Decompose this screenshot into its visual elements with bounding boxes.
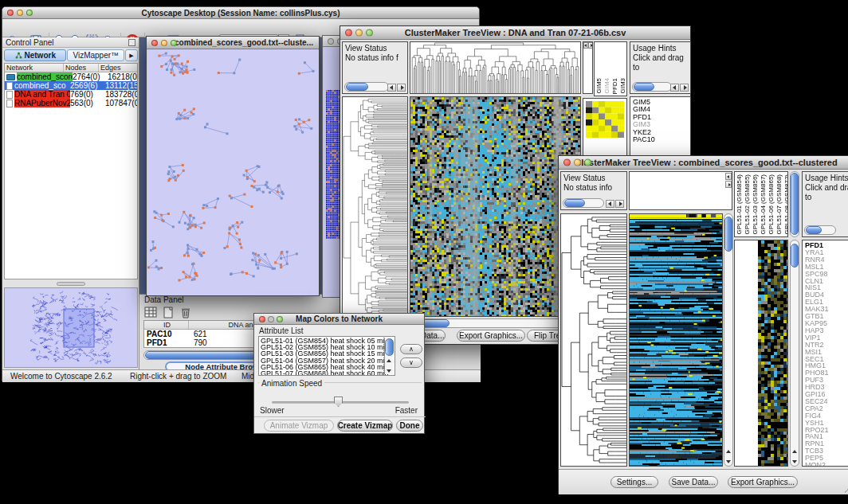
view-status-text: No status info f [345, 53, 405, 63]
scroll-down-button[interactable] [724, 457, 732, 465]
resize-grip[interactable] [844, 483, 848, 493]
col-nodes[interactable]: Nodes [64, 64, 99, 72]
divider-handle[interactable] [57, 282, 85, 286]
tab-vizmapper[interactable]: VizMapper™ [67, 49, 124, 61]
chevron-right-icon: ▶ [129, 53, 133, 59]
scroll-left-button[interactable] [670, 84, 679, 92]
float-panel-icon[interactable] [128, 39, 135, 46]
row-dendrogram-panel[interactable] [342, 96, 408, 317]
treeview-window-combined: ClusterMaker TreeView : combined_scores_… [558, 155, 848, 494]
scroll-right-button[interactable] [615, 200, 624, 208]
view-status-hscrollbar[interactable] [344, 82, 389, 92]
attribute-item[interactable]: GPL51-07 (GSM868) heat shock 60 min [261, 370, 393, 376]
main-titlebar[interactable]: Cytoscape Desktop (Session Name: collins… [2, 7, 479, 19]
labels-vscrollbar[interactable] [790, 171, 799, 237]
close-icon[interactable] [563, 159, 571, 166]
new-attribute-icon[interactable] [162, 307, 175, 318]
treeview-combined-titlebar[interactable]: ClusterMaker TreeView : combined_scores_… [559, 156, 848, 170]
scroll-right-button[interactable] [588, 42, 593, 49]
attribute-table-icon[interactable] [144, 307, 157, 318]
status-zoom-hint: Right-click + drag to ZOOM [130, 372, 226, 381]
row-dendrogram-canvas[interactable] [561, 214, 626, 466]
row-dendrogram-panel[interactable] [560, 213, 627, 467]
network-row[interactable]: RNAPuberNov2+563(0)107847(0) [5, 99, 137, 107]
network-view-titlebar[interactable]: combined_scores_good.txt--cluste... [147, 37, 319, 49]
heatmap-panel[interactable] [410, 96, 581, 317]
minimize-icon[interactable] [17, 10, 23, 16]
close-icon[interactable] [151, 40, 158, 46]
column-dendrogram-panel[interactable] [410, 41, 581, 94]
col-id[interactable]: ID [144, 321, 189, 329]
zoom-heatmap-canvas[interactable] [758, 240, 788, 466]
scroll-up-button[interactable] [791, 448, 799, 456]
close-icon[interactable] [259, 316, 265, 322]
scroll-left-button[interactable] [606, 200, 614, 208]
scroll-up-button[interactable] [385, 357, 393, 365]
export-graphics-button[interactable]: Export Graphics... [728, 476, 798, 488]
create-vizmap-button[interactable]: Create Vizmap [337, 420, 393, 432]
scroll-down-button[interactable] [791, 457, 799, 465]
zoom-heatmap-canvas[interactable] [586, 101, 624, 138]
close-icon[interactable] [7, 10, 14, 16]
birdseye-canvas[interactable] [5, 288, 137, 367]
faster-label: Faster [395, 406, 418, 415]
export-graphics-button[interactable]: Export Graphics... [457, 330, 525, 342]
minimize-icon[interactable] [161, 40, 167, 46]
speed-slider-thumb[interactable] [334, 397, 343, 407]
zoom-window-icon[interactable] [171, 40, 177, 46]
network-row[interactable]: combined_scores2764(0)16218(0) [5, 72, 137, 81]
minimize-icon[interactable] [268, 316, 274, 322]
save-data-button[interactable]: Save Data... [669, 476, 718, 488]
usage-hints-hscrollbar[interactable] [804, 225, 836, 235]
animate-vizmap-button[interactable]: Animate Vizmap [264, 420, 334, 432]
heatmap-vscrollbar[interactable] [724, 213, 733, 467]
treeview-dna-titlebar[interactable]: ClusterMaker TreeView : DNA and Tran 07-… [340, 26, 690, 40]
settings-button[interactable]: Settings... [610, 476, 658, 488]
col-network[interactable]: Network [5, 64, 64, 72]
close-icon[interactable] [328, 38, 334, 45]
genes-vscrollbar[interactable] [790, 240, 799, 467]
scroll-right-button[interactable] [725, 181, 732, 188]
delete-attribute-trash-icon[interactable] [179, 307, 192, 318]
column-dendrogram-canvas[interactable] [410, 42, 580, 93]
dialog-titlebar[interactable]: Map Colors to Network [254, 314, 424, 325]
row-dendrogram-canvas[interactable] [343, 97, 407, 316]
scroll-down-button[interactable] [385, 366, 393, 374]
network-row[interactable]: combined_sco2569(6)13112(15) [5, 81, 137, 90]
scroll-up-button[interactable] [724, 448, 732, 456]
scroll-left-button[interactable] [725, 173, 732, 180]
heatmap-canvas[interactable] [630, 214, 722, 466]
birdseye-view[interactable] [4, 287, 138, 368]
zoom-window-icon[interactable] [26, 10, 33, 16]
scroll-left-button[interactable] [387, 84, 396, 92]
gene-label[interactable]: MON2 [805, 462, 848, 467]
window-controls[interactable] [7, 10, 33, 16]
attribute-list-vscrollbar[interactable] [384, 338, 394, 374]
zoom-window-icon[interactable] [366, 29, 373, 37]
heatmap-panel[interactable] [629, 213, 723, 467]
zoom-window-icon[interactable] [277, 316, 283, 322]
minimize-icon[interactable] [574, 159, 581, 166]
close-icon[interactable] [345, 29, 352, 37]
network-canvas[interactable] [147, 49, 319, 295]
column-dendrogram-panel[interactable] [629, 171, 732, 210]
usage-hints-hscrollbar[interactable] [632, 82, 672, 92]
scroll-right-button[interactable] [680, 84, 689, 92]
col-edges[interactable]: Edges [99, 64, 137, 72]
usage-hints-text: Click and drag to [805, 183, 848, 202]
attribute-list-label: Attribute List [259, 326, 304, 335]
zoom-window-icon[interactable] [584, 159, 591, 166]
done-button[interactable]: Done [396, 420, 423, 432]
scroll-right-button[interactable] [397, 84, 406, 92]
view-status-hscrollbar[interactable] [563, 198, 604, 208]
move-up-button[interactable]: ∧ [400, 344, 422, 354]
minimize-icon[interactable] [355, 29, 363, 37]
tab-network[interactable]: Network [4, 49, 66, 61]
zoom-heatmap-panel[interactable] [734, 240, 788, 467]
heatmap-canvas[interactable] [410, 97, 580, 316]
move-down-button[interactable]: ∨ [400, 357, 422, 368]
tab-overflow-button[interactable]: ▶ [125, 49, 138, 61]
network-table-header[interactable]: Network Nodes Edges [5, 64, 137, 72]
network-row[interactable]: DNA and Tran 07769(0)183728(0) [5, 90, 137, 99]
network-list-panel: Network Nodes Edges combined_scores2764(… [4, 63, 138, 279]
